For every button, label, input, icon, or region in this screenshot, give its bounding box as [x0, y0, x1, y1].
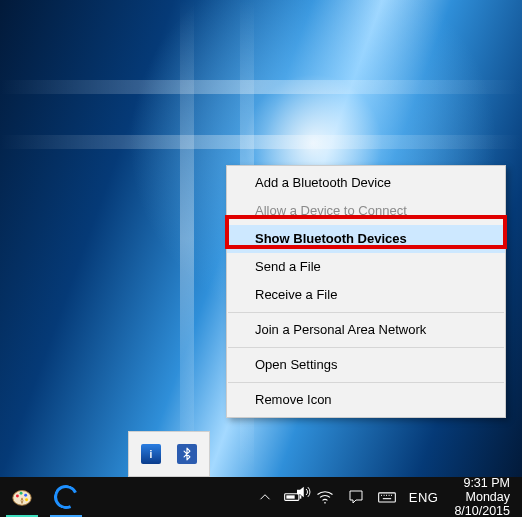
- menu-separator: [228, 382, 504, 383]
- svg-point-1: [16, 495, 19, 498]
- taskbar: ENG 9:31 PM Monday 8/10/2015: [0, 477, 522, 517]
- intel-graphics-icon[interactable]: i: [133, 436, 169, 472]
- input-language[interactable]: ENG: [409, 477, 439, 517]
- paint-icon: [10, 486, 34, 508]
- clock-time: 9:31 PM: [454, 476, 510, 490]
- bluetooth-context-menu: Add a Bluetooth DeviceAllow a Device to …: [226, 165, 506, 418]
- menu-open-settings[interactable]: Open Settings: [227, 351, 505, 379]
- edge-icon: [51, 482, 82, 513]
- taskbar-pinned-area: [0, 477, 88, 517]
- svg-point-2: [20, 492, 23, 495]
- tray-overflow-popup: i: [128, 431, 210, 477]
- clock-day: Monday: [454, 490, 510, 504]
- edge-app[interactable]: [44, 477, 88, 517]
- menu-add-device[interactable]: Add a Bluetooth Device: [227, 169, 505, 197]
- svg-point-4: [25, 498, 28, 501]
- svg-point-8: [324, 502, 326, 504]
- keyboard-icon[interactable]: [377, 477, 397, 517]
- system-tray: ENG 9:31 PM Monday 8/10/2015: [283, 477, 522, 517]
- menu-send-file[interactable]: Send a File: [227, 253, 505, 281]
- menu-receive-file[interactable]: Receive a File: [227, 281, 505, 309]
- menu-allow-connect: Allow a Device to Connect: [227, 197, 505, 225]
- bluetooth-icon[interactable]: [169, 436, 205, 472]
- svg-point-3: [24, 494, 27, 497]
- menu-remove-icon[interactable]: Remove Icon: [227, 386, 505, 414]
- menu-show-devices[interactable]: Show Bluetooth Devices: [227, 225, 505, 253]
- tray-overflow-toggle[interactable]: [247, 477, 283, 517]
- menu-separator: [228, 312, 504, 313]
- svg-rect-9: [378, 493, 395, 502]
- wifi-icon[interactable]: [315, 477, 335, 517]
- menu-separator: [228, 347, 504, 348]
- chevron-up-icon: [256, 488, 274, 506]
- menu-join-pan[interactable]: Join a Personal Area Network: [227, 316, 505, 344]
- action-center-icon[interactable]: [347, 477, 365, 517]
- clock-date: 8/10/2015: [454, 504, 510, 517]
- speaker-icon[interactable]: [294, 483, 312, 517]
- paint-app[interactable]: [0, 477, 44, 517]
- taskbar-clock[interactable]: 9:31 PM Monday 8/10/2015: [450, 476, 514, 517]
